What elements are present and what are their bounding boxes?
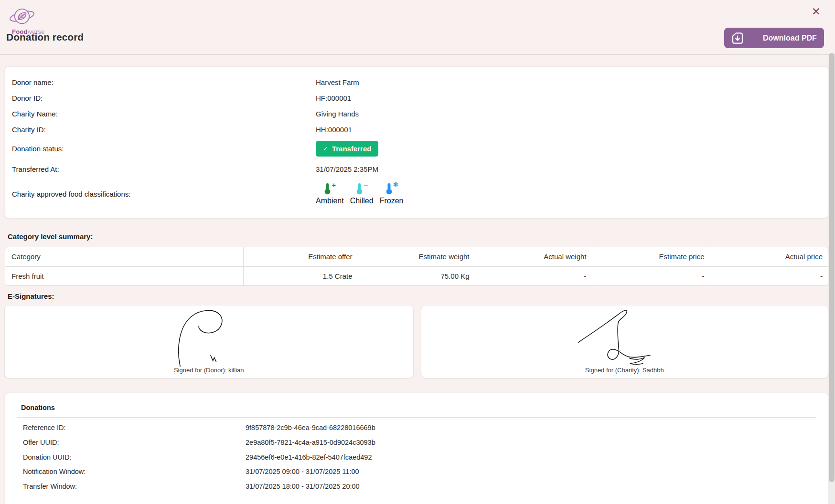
donor-signature-drawing xyxy=(161,307,257,372)
field-value: Harvest Farm xyxy=(316,78,821,86)
donation-record-page: Foodiverse Donation record ✕ Download PD… xyxy=(0,0,835,504)
classification-name: Ambient xyxy=(316,197,344,205)
table-header-row: Category Estimate offer Estimate weight … xyxy=(5,247,828,266)
check-icon: ✓ xyxy=(323,145,328,152)
table-row: Fresh fruit 1.5 Crate 75.00 Kg - - - xyxy=(5,266,828,285)
donation-row-notification-window: Notification Window: 31/07/2025 09:00 - … xyxy=(17,464,816,479)
charity-signature-box: Signed for (Charity): Sadhbh xyxy=(421,305,829,378)
field-value: HH:000001 xyxy=(316,126,821,134)
field-value: Giving Hands xyxy=(316,110,821,118)
download-pdf-label: Download PDF xyxy=(763,34,817,42)
file-download-icon xyxy=(730,31,745,45)
signature-caption: Signed for (Charity): Sadhbh xyxy=(421,367,828,374)
field-label: Donor ID: xyxy=(12,94,316,102)
thermometer-minus-icon xyxy=(355,183,364,195)
donation-row-transfer-window: Transfer Window: 31/07/2025 18:00 - 31/0… xyxy=(17,479,816,494)
donor-signature-box: Signed for (Donor): killian xyxy=(4,305,414,378)
signatures-row: Signed for (Donor): killian Signed for (… xyxy=(4,305,828,378)
field-label: Charity ID: xyxy=(12,126,316,134)
foodiverse-logo: Foodiverse xyxy=(9,6,44,35)
status-badge: ✓ Transferred xyxy=(316,141,378,157)
column-header-estimate-weight: Estimate weight xyxy=(359,247,476,266)
cell-estimate-offer: 1.5 Crate xyxy=(243,266,359,285)
charity-signature-drawing xyxy=(572,307,677,372)
category-summary-heading: Category level summary: xyxy=(8,232,835,241)
minus-symbol: − xyxy=(364,181,368,189)
scrollbar-thumb[interactable] xyxy=(829,53,835,482)
classification-frozen: ❄ Frozen xyxy=(380,183,404,205)
field-value: 2e9a80f5-7821-4c4a-a915-0d9024c3093b xyxy=(246,439,816,446)
classification-chilled: − Chilled xyxy=(350,183,374,205)
donations-heading: Donations xyxy=(21,404,816,411)
donation-row-donation-uuid: Donation UUID: 29456ef6-e0e1-416b-82ef-5… xyxy=(17,450,816,464)
record-row-donor-id: Donor ID: HF:000001 xyxy=(12,90,821,106)
snowflake-symbol: ❄ xyxy=(393,181,398,188)
field-value: 9f857878-2c9b-46ea-9cad-68228016669b xyxy=(246,424,816,431)
field-label: Notification Window: xyxy=(23,468,246,475)
signatures-heading: E-Signatures: xyxy=(8,292,835,300)
column-header-actual-price: Actual price xyxy=(711,247,828,266)
field-label: Donation UUID: xyxy=(23,453,246,461)
classification-list: + Ambient − Chilled xyxy=(316,183,821,205)
category-summary-table: Category Estimate offer Estimate weight … xyxy=(5,247,828,286)
field-label: Transferred At: xyxy=(12,165,316,173)
status-text: Transferred xyxy=(332,145,372,153)
field-value: 31/07/2025 2:35PM xyxy=(316,165,821,173)
cell-actual-price: - xyxy=(711,266,828,285)
field-label: Transfer Window: xyxy=(23,483,246,490)
classification-ambient: + Ambient xyxy=(316,183,344,205)
record-row-donor-name: Donor name: Harvest Farm xyxy=(12,74,821,90)
record-row-charity-id: Charity ID: HH:000001 xyxy=(12,122,821,137)
field-label: Charity approved food classifications: xyxy=(12,190,316,198)
donation-row-reference-id: Reference ID: 9f857878-2c9b-46ea-9cad-68… xyxy=(17,420,816,435)
field-value: HF:000001 xyxy=(316,94,821,102)
field-value: 31/07/2025 18:00 - 31/07/2025 20:00 xyxy=(246,483,816,490)
divider xyxy=(17,417,816,418)
record-row-charity-name: Charity Name: Giving Hands xyxy=(12,106,821,122)
plus-symbol: + xyxy=(332,181,336,189)
donations-card: Donations Reference ID: 9f857878-2c9b-46… xyxy=(5,393,828,504)
cell-estimate-weight: 75.00 Kg xyxy=(359,266,476,285)
field-label: Reference ID: xyxy=(23,424,246,431)
classification-name: Chilled xyxy=(350,197,374,205)
column-header-estimate-offer: Estimate offer xyxy=(243,247,359,266)
column-header-estimate-price: Estimate price xyxy=(593,247,711,266)
field-label: Offer UUID: xyxy=(23,439,246,446)
download-pdf-button[interactable]: Download PDF xyxy=(724,28,824,48)
page-title: Donation record xyxy=(6,32,84,43)
field-label: Donor name: xyxy=(12,78,316,86)
header: Foodiverse Donation record ✕ Download PD… xyxy=(0,0,835,55)
record-row-transferred-at: Transferred At: 31/07/2025 2:35PM xyxy=(12,159,821,178)
classification-name: Frozen xyxy=(380,197,404,205)
field-value: 31/07/2025 09:00 - 31/07/2025 11:00 xyxy=(246,468,816,475)
record-row-classifications: Charity approved food classifications: +… xyxy=(12,178,821,209)
thermometer-plus-icon xyxy=(323,183,332,195)
column-header-actual-weight: Actual weight xyxy=(476,247,593,266)
planet-leaf-icon xyxy=(9,6,35,28)
cell-actual-weight: - xyxy=(476,266,593,285)
field-label: Donation status: xyxy=(12,145,316,153)
thermometer-snowflake-icon xyxy=(385,183,393,195)
field-value: 29456ef6-e0e1-416b-82ef-5407fcaed492 xyxy=(246,453,816,461)
cell-estimate-price: - xyxy=(593,266,711,285)
donation-row-offer-uuid: Offer UUID: 2e9a80f5-7821-4c4a-a915-0d90… xyxy=(17,435,816,450)
record-card: Donor name: Harvest Farm Donor ID: HF:00… xyxy=(5,66,828,218)
column-header-category: Category xyxy=(5,247,243,266)
cell-category: Fresh fruit xyxy=(5,266,243,285)
field-label: Charity Name: xyxy=(12,110,316,118)
signature-caption: Signed for (Donor): killian xyxy=(5,367,413,374)
record-row-status: Donation status: ✓ Transferred xyxy=(12,137,821,159)
close-icon[interactable]: ✕ xyxy=(812,6,821,17)
